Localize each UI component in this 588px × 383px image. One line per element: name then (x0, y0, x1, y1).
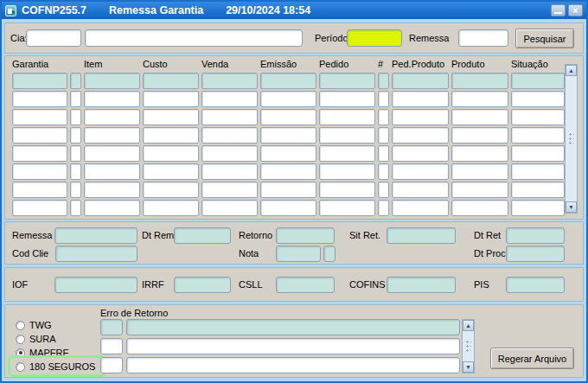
grid-cell[interactable] (260, 145, 316, 162)
grid-cell[interactable] (319, 73, 375, 89)
grid-cell[interactable] (319, 163, 375, 180)
grid-cell[interactable] (12, 73, 67, 89)
grid-cell[interactable] (70, 182, 81, 198)
grid-cell[interactable] (143, 182, 199, 198)
grid-cell[interactable] (260, 200, 316, 216)
grid-cell[interactable] (70, 127, 81, 144)
grid-cell[interactable] (511, 145, 565, 162)
erro-desc-field[interactable] (126, 319, 460, 335)
radio-180-seguros[interactable]: 180 SEGUROS (16, 361, 95, 373)
grid-cell[interactable] (84, 163, 140, 180)
grid-cell[interactable] (84, 73, 140, 89)
scroll-down-icon[interactable]: ▼ (463, 361, 474, 373)
grid-cell[interactable] (70, 163, 81, 180)
grid-cell[interactable] (70, 91, 81, 107)
grid-cell[interactable] (378, 200, 389, 216)
grid-cell[interactable] (451, 127, 508, 144)
grid-cell[interactable] (70, 145, 81, 162)
cofins-field[interactable] (387, 277, 456, 293)
grid-cell[interactable] (319, 91, 375, 107)
iof-field[interactable] (54, 277, 137, 293)
grid-cell[interactable] (392, 91, 449, 107)
erro-code-field[interactable] (100, 338, 123, 354)
radio-mapfre[interactable]: MAPFRE (16, 347, 69, 359)
grid-cell[interactable] (392, 163, 449, 180)
grid-cell[interactable] (84, 109, 140, 125)
retorno-field[interactable] (276, 227, 335, 244)
grid-cell[interactable] (451, 163, 508, 180)
grid-cell[interactable] (260, 163, 316, 180)
grid-cell[interactable] (378, 91, 389, 107)
irrf-field[interactable] (174, 277, 231, 293)
grid-cell[interactable] (378, 145, 389, 162)
grid-cell[interactable] (12, 200, 67, 216)
scroll-up-icon[interactable]: ▲ (566, 65, 577, 76)
grid-cell[interactable] (12, 182, 67, 198)
grid-cell[interactable] (392, 127, 449, 144)
grid-cell[interactable] (378, 109, 389, 125)
grid-cell[interactable] (70, 73, 81, 89)
dt-ret-field[interactable] (506, 227, 565, 244)
scroll-down-icon[interactable]: ▼ (566, 201, 577, 213)
grid-cell[interactable] (84, 145, 140, 162)
grid-cell[interactable] (392, 200, 449, 216)
periodo-input[interactable] (347, 29, 402, 47)
grid-cell[interactable] (319, 200, 375, 216)
pis-field[interactable] (506, 277, 565, 293)
grid-cell[interactable] (451, 145, 508, 162)
grid-cell[interactable] (511, 182, 565, 198)
minimize-button[interactable] (551, 4, 566, 16)
grid-cell[interactable] (511, 127, 565, 144)
grid-cell[interactable] (143, 127, 199, 144)
grid-cell[interactable] (201, 163, 258, 180)
grid-scrollbar-track[interactable] (566, 76, 577, 201)
grid-cell[interactable] (201, 73, 258, 89)
erro-scrollbar-track[interactable] (463, 331, 474, 361)
grid-cell[interactable] (12, 145, 67, 162)
erro-code-field[interactable] (100, 319, 123, 335)
grid-cell[interactable] (201, 109, 258, 125)
grid-cell[interactable] (260, 91, 316, 107)
grid-cell[interactable] (511, 73, 565, 89)
grid-cell[interactable] (451, 73, 508, 89)
cia-name-input[interactable] (85, 29, 303, 47)
grid-cell[interactable] (84, 200, 140, 216)
grid-cell[interactable] (12, 109, 67, 125)
grid-cell[interactable] (143, 163, 199, 180)
erro-desc-field[interactable] (126, 357, 460, 373)
grid-cell[interactable] (392, 109, 449, 125)
erro-desc-field[interactable] (126, 338, 460, 354)
close-button[interactable]: × (568, 4, 583, 16)
grid-cell[interactable] (511, 109, 565, 125)
grid-cell[interactable] (84, 91, 140, 107)
grid-cell[interactable] (392, 73, 449, 89)
grid-cell[interactable] (511, 91, 565, 107)
pesquisar-button[interactable]: Pesquisar (515, 29, 574, 48)
regerar-arquivo-button[interactable]: Regerar Arquivo (490, 348, 574, 369)
cia-code-input[interactable] (26, 29, 81, 47)
grid-cell[interactable] (201, 91, 258, 107)
grid-cell[interactable] (143, 91, 199, 107)
grid-cell[interactable] (392, 145, 449, 162)
cod-clie-field[interactable] (55, 246, 137, 262)
grid-cell[interactable] (143, 145, 199, 162)
grid-cell[interactable] (319, 109, 375, 125)
nota-flag-field[interactable] (323, 246, 336, 262)
grid-cell[interactable] (392, 182, 449, 198)
erro-scrollbar[interactable]: ▲ ▼ (462, 319, 475, 373)
grid-cell[interactable] (319, 182, 375, 198)
scroll-up-icon[interactable]: ▲ (463, 320, 474, 331)
grid-cell[interactable] (201, 127, 258, 144)
grid-cell[interactable] (12, 127, 67, 144)
grid-cell[interactable] (201, 200, 258, 216)
grid-cell[interactable] (70, 200, 81, 216)
grid-cell[interactable] (378, 73, 389, 89)
grid-scrollbar[interactable]: ▲ ▼ (565, 64, 578, 214)
erro-code-field[interactable] (100, 357, 123, 373)
grid-cell[interactable] (451, 91, 508, 107)
grid-cell[interactable] (12, 91, 67, 107)
grid-cell[interactable] (451, 109, 508, 125)
grid-cell[interactable] (84, 182, 140, 198)
dt-proc-field[interactable] (506, 246, 565, 262)
grid-cell[interactable] (378, 182, 389, 198)
